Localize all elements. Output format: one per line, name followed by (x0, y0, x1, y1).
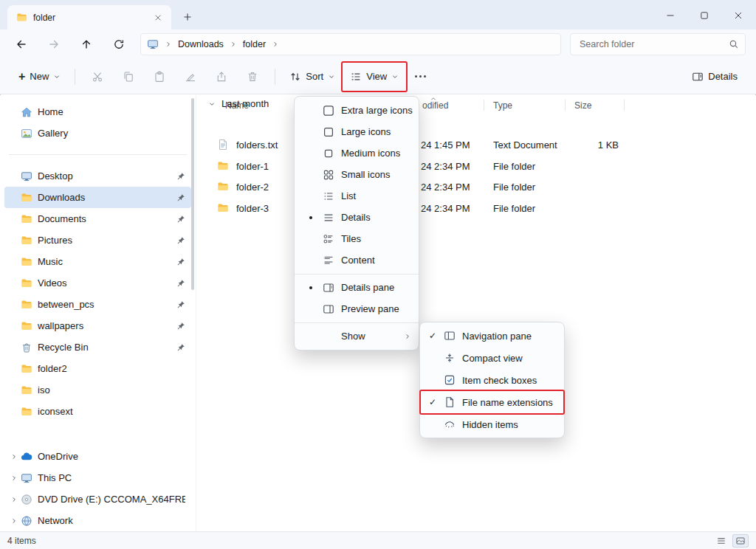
file-row-folders-txt[interactable]: folders.txt 24 1:45 PM Text Document 1 K… (196, 134, 756, 155)
menu-item-preview-pane[interactable]: Preview pane (295, 298, 419, 320)
sidebar-item-folder2[interactable]: folder2 (4, 358, 191, 379)
sidebar-item-music[interactable]: Music (4, 251, 191, 272)
menu-item-details[interactable]: Details (295, 207, 419, 228)
submenu-item-file-name-extensions[interactable]: File name extensions (420, 391, 564, 413)
search-icon[interactable] (729, 39, 739, 49)
cut-icon (92, 71, 103, 83)
chevron-right-icon[interactable] (7, 496, 21, 503)
menu-item-content[interactable]: Content (295, 249, 419, 271)
details-view-icon (323, 212, 334, 224)
sidebar-item-between-pcs[interactable]: between_pcs (4, 294, 191, 315)
paste-button[interactable] (145, 64, 174, 89)
details-view-toggle[interactable] (713, 534, 729, 548)
sidebar-item-videos[interactable]: Videos (4, 272, 191, 294)
more-options-button[interactable] (407, 64, 433, 89)
chevron-right-icon[interactable] (7, 453, 21, 460)
new-button-label: New (30, 71, 49, 82)
minimize-button[interactable] (653, 1, 687, 30)
sidebar-item-dvd-drive[interactable]: DVD Drive (E:) CCCOMA_X64FRE_EN-US_DV (4, 488, 191, 510)
recycle-bin-icon (21, 342, 32, 353)
up-icon (80, 38, 92, 50)
explorer-tab[interactable]: folder (7, 5, 171, 30)
file-row-folder-1[interactable]: folder-1 24 2:34 PM File folder (196, 156, 756, 176)
menu-item-small-icons[interactable]: Small icons (295, 164, 419, 185)
column-header-size[interactable]: Size (574, 100, 591, 111)
rename-button[interactable] (176, 64, 205, 89)
refresh-button[interactable] (106, 32, 131, 56)
new-tab-button[interactable] (179, 8, 196, 26)
breadcrumb[interactable]: Downloads folder (140, 33, 561, 55)
column-divider[interactable] (624, 100, 625, 111)
menu-item-extra-large-icons[interactable]: Extra large icons (295, 100, 419, 121)
sort-button[interactable]: Sort (283, 64, 342, 89)
pin-icon (176, 279, 185, 288)
paste-icon (154, 71, 165, 83)
submenu-item-compact-view[interactable]: Compact view (420, 347, 564, 369)
sidebar-item-iconsext[interactable]: iconsext (4, 401, 191, 422)
view-button[interactable]: View (343, 64, 405, 89)
pin-icon (176, 236, 185, 245)
chevron-right-icon[interactable] (7, 517, 21, 525)
tiles-view-icon (323, 233, 334, 245)
share-button[interactable] (207, 64, 236, 89)
close-button[interactable] (721, 1, 755, 30)
menu-item-tiles[interactable]: Tiles (295, 228, 419, 249)
submenu-item-hidden-items[interactable]: Hidden items (420, 413, 564, 435)
up-button[interactable] (74, 32, 99, 56)
menu-item-show[interactable]: Show (295, 325, 419, 347)
show-submenu: Navigation pane Compact view Item check … (419, 322, 565, 438)
list-lines-icon (716, 536, 726, 546)
column-divider[interactable] (484, 100, 484, 111)
thumbnail-view-toggle[interactable] (732, 534, 749, 548)
breadcrumb-folder[interactable]: folder (243, 39, 266, 49)
sidebar-item-wallpapers[interactable]: wallpapers (4, 315, 191, 336)
details-toggle-button[interactable]: Details (685, 64, 744, 89)
file-row-folder-3[interactable]: folder-3 24 2:34 PM File folder (196, 198, 756, 218)
back-icon (16, 38, 27, 50)
sidebar-item-recycle-bin[interactable]: Recycle Bin (4, 336, 191, 358)
forward-button[interactable] (41, 32, 66, 56)
sidebar-item-iso[interactable]: iso (4, 379, 191, 401)
sidebar-item-network[interactable]: Network (4, 510, 191, 531)
sort-button-label: Sort (306, 71, 323, 82)
chevron-down-icon[interactable] (208, 100, 216, 108)
file-row-folder-2[interactable]: folder-2 24 2:34 PM File folder (196, 176, 756, 197)
menu-item-list[interactable]: List (295, 185, 419, 207)
menu-item-medium-icons[interactable]: Medium icons (295, 142, 419, 164)
new-button[interactable]: + New (12, 64, 67, 89)
column-header-type[interactable]: Type (493, 100, 512, 111)
sidebar-item-pictures[interactable]: Pictures (4, 229, 191, 251)
menu-separator (295, 322, 419, 323)
column-divider[interactable] (565, 100, 566, 111)
tab-close-button[interactable] (151, 10, 165, 25)
back-button[interactable] (9, 32, 34, 56)
details-button-label: Details (708, 71, 738, 82)
delete-button[interactable] (238, 64, 267, 89)
column-header-date-modified[interactable]: odified (422, 100, 448, 111)
sidebar-scrollbar[interactable] (191, 98, 194, 290)
sidebar-item-gallery[interactable]: Gallery (4, 122, 191, 144)
sidebar-item-home[interactable]: Home (4, 101, 191, 122)
share-icon (216, 71, 227, 83)
folder-icon (217, 202, 229, 214)
sidebar-item-this-pc[interactable]: This PC (4, 467, 191, 488)
submenu-item-item-check-boxes[interactable]: Item check boxes (420, 369, 564, 391)
copy-button[interactable] (114, 64, 143, 89)
search-input[interactable] (580, 39, 729, 49)
menu-item-details-pane[interactable]: Details pane (295, 277, 419, 298)
sidebar-item-documents[interactable]: Documents (4, 208, 191, 229)
cut-button[interactable] (83, 64, 112, 89)
chevron-right-icon[interactable] (7, 474, 21, 482)
sidebar-item-downloads[interactable]: Downloads (4, 187, 191, 208)
forward-icon (48, 38, 60, 50)
status-bar: 4 items (0, 531, 756, 549)
submenu-item-navigation-pane[interactable]: Navigation pane (420, 325, 564, 347)
view-button-label: View (366, 71, 387, 82)
breadcrumb-downloads[interactable]: Downloads (178, 39, 224, 49)
sidebar-item-desktop[interactable]: Desktop (4, 165, 191, 187)
menu-item-large-icons[interactable]: Large icons (295, 121, 419, 142)
checkmark-icon (429, 331, 444, 341)
maximize-button[interactable] (687, 1, 721, 30)
sidebar-item-onedrive[interactable]: OneDrive (4, 446, 191, 467)
pin-icon (176, 258, 185, 266)
